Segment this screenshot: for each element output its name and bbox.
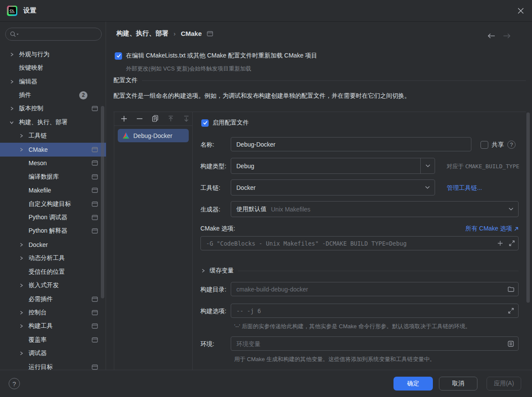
cache-variables-label: 缓存变量: [210, 267, 234, 275]
build-dir-input[interactable]: [231, 286, 503, 293]
sidebar-item-4[interactable]: 版本控制: [0, 102, 106, 115]
content-scrollbar[interactable]: [526, 112, 530, 303]
profiles-description: 配置文件是一组命名的构建选项。例如，为调试和发布构建创建单独的配置文件，并在需要…: [113, 92, 410, 100]
enable-profile-label: 启用配置文件: [213, 119, 249, 127]
enable-profile-checkbox[interactable]: [201, 119, 209, 127]
sidebar-item-12[interactable]: Python 调试器: [0, 211, 106, 224]
generator-label: 生成器:: [200, 206, 220, 214]
search-input[interactable]: [5, 28, 102, 41]
sidebar-item-20[interactable]: 构建工具: [0, 320, 106, 333]
project-window-icon: [92, 188, 98, 193]
project-window-icon: [92, 174, 98, 179]
sidebar-item-8[interactable]: Meson: [0, 157, 106, 170]
chevron-down-icon: [425, 186, 430, 189]
add-profile-icon[interactable]: [120, 115, 127, 122]
remove-profile-icon[interactable]: [136, 115, 143, 122]
cache-variables-section[interactable]: 缓存变量: [201, 267, 519, 275]
cmake-options-input[interactable]: [201, 240, 495, 247]
profile-list-toolbar: [114, 112, 192, 126]
sidebar-tree: 外观与行为 按键映射 编辑器 插件 2: [0, 48, 106, 374]
build-opts-hint: '--' 后面的实参传递给此构建，其他实参是 CMake 命令行形参。默认选项取…: [234, 323, 471, 330]
back-icon[interactable]: [487, 31, 496, 41]
cmake-options-field: [200, 236, 519, 250]
toolchain-label: 工具链:: [200, 184, 220, 192]
sidebar-item-1[interactable]: 按键映射: [0, 61, 106, 74]
env-field: [231, 336, 519, 351]
sidebar-item-label: 外观与行为: [19, 51, 49, 58]
profile-list-item[interactable]: Debug-Docker: [118, 129, 189, 142]
env-list-icon[interactable]: [503, 341, 518, 347]
sidebar-item-15[interactable]: 动态分析工具: [0, 252, 106, 265]
move-down-icon[interactable]: [183, 115, 190, 122]
reload-project-checkbox[interactable]: [115, 52, 122, 60]
sidebar-item-6[interactable]: 工具链: [0, 129, 106, 143]
sidebar-item-18[interactable]: 必需插件: [0, 292, 106, 306]
manage-toolchains-link[interactable]: 管理工具链...: [447, 184, 482, 192]
project-window-icon: [92, 323, 98, 329]
breadcrumb-current: CMake: [181, 30, 202, 37]
sidebar-item-19[interactable]: 控制台: [0, 306, 106, 319]
cancel-button[interactable]: 取消: [439, 377, 477, 391]
name-input[interactable]: [231, 141, 471, 148]
sidebar-item-16[interactable]: 受信任的位置: [0, 265, 106, 279]
project-window-icon: [92, 337, 98, 343]
forward-icon[interactable]: [502, 31, 512, 41]
sidebar-item-label: CMake: [29, 146, 48, 153]
folder-icon[interactable]: [503, 286, 518, 292]
share-checkbox[interactable]: [480, 141, 488, 149]
sidebar-item-0[interactable]: 外观与行为: [0, 48, 106, 61]
sidebar-item-label: 受信任的位置: [29, 268, 65, 276]
build-type-value: Debug: [236, 163, 254, 170]
sidebar-item-21[interactable]: 覆盖率: [0, 333, 106, 346]
apply-button[interactable]: 应用(A): [487, 377, 521, 391]
ok-button[interactable]: 确定: [393, 377, 433, 391]
build-opts-label: 构建选项:: [200, 307, 226, 315]
sidebar-item-22[interactable]: 调试器: [0, 347, 106, 360]
sidebar-item-10[interactable]: Makefile: [0, 183, 106, 197]
sidebar-item-label: Docker: [29, 241, 48, 248]
sidebar-item-label: 动态分析工具: [29, 254, 65, 262]
project-window-icon: [92, 310, 98, 315]
sidebar-item-label: 按键映射: [19, 64, 43, 72]
sidebar-item-9[interactable]: 编译数据库: [0, 170, 106, 183]
dialog-footer: ? 确定 取消 应用(A): [0, 370, 532, 397]
sidebar-item-7[interactable]: CMake: [0, 143, 106, 156]
name-label: 名称:: [200, 141, 214, 149]
move-up-icon[interactable]: [167, 115, 174, 122]
build-opts-input[interactable]: [231, 307, 503, 314]
sidebar-item-2[interactable]: 编辑器: [0, 75, 106, 88]
sidebar-item-14[interactable]: Docker: [0, 238, 106, 251]
close-icon[interactable]: [516, 6, 526, 16]
build-dir-label: 构建目录:: [200, 286, 226, 294]
sidebar-item-11[interactable]: 自定义构建目标: [0, 197, 106, 211]
sidebar-item-13[interactable]: Python 解释器: [0, 224, 106, 238]
share-help-icon[interactable]: ?: [507, 141, 516, 149]
external-link-icon: [514, 227, 519, 231]
expand-field-icon[interactable]: [505, 240, 518, 246]
sidebar-scrollbar[interactable]: [101, 106, 104, 298]
expand-field-icon[interactable]: [503, 308, 518, 314]
build-type-select[interactable]: Debug: [231, 158, 435, 174]
sidebar-item-label: 编辑器: [19, 78, 37, 86]
all-cmake-options-link[interactable]: 所有 CMake 选项: [465, 225, 512, 233]
toolchain-select[interactable]: Docker: [231, 179, 435, 195]
env-input[interactable]: [231, 340, 503, 347]
sidebar-item-label: Makefile: [29, 187, 51, 194]
sidebar-item-3[interactable]: 插件 2: [0, 88, 106, 102]
breadcrumb-parent[interactable]: 构建、执行、部署: [116, 29, 168, 38]
sidebar-item-label: Python 调试器: [29, 214, 67, 221]
project-window-icon: [92, 297, 98, 302]
sidebar-item-label: Meson: [29, 160, 47, 166]
name-field: [231, 137, 471, 151]
generator-select[interactable]: 使用默认值 Unix Makefiles: [231, 201, 519, 217]
help-icon[interactable]: ?: [9, 378, 20, 389]
sidebar-item-17[interactable]: 嵌入式开发: [0, 279, 106, 292]
chevron-right-icon: [10, 52, 14, 57]
copy-profile-icon[interactable]: [152, 115, 158, 122]
project-window-icon: [92, 202, 98, 207]
add-option-icon[interactable]: [495, 240, 505, 246]
sidebar-item-label: 构建、执行、部署: [19, 118, 68, 126]
project-window-icon: [207, 31, 213, 36]
search-icon: [10, 31, 19, 37]
sidebar-item-5[interactable]: 构建、执行、部署: [0, 115, 106, 129]
